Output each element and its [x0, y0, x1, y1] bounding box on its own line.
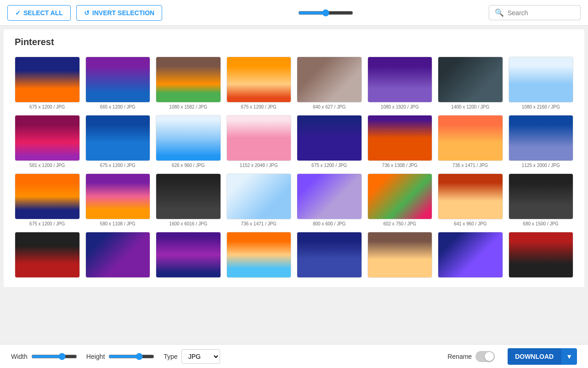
search-input[interactable]	[508, 9, 575, 17]
image-thumbnail	[297, 173, 362, 219]
image-label: 1080 x 1582 / JPG	[169, 104, 207, 109]
image-thumbnail	[226, 232, 292, 278]
image-label: 680 x 1500 / JPG	[523, 221, 559, 226]
image-thumbnail	[297, 57, 362, 103]
image-thumbnail	[156, 115, 221, 161]
image-thumbnail	[15, 232, 80, 278]
image-thumbnail	[438, 232, 503, 278]
image-thumbnail	[15, 173, 80, 219]
image-thumbnail	[509, 115, 574, 161]
image-item[interactable]: 736 x 1471 / JPG	[438, 115, 503, 168]
search-icon: 🔍	[495, 8, 504, 17]
section-title: Pinterest	[15, 37, 573, 47]
image-thumbnail	[368, 57, 433, 103]
image-item[interactable]	[509, 232, 574, 280]
image-item[interactable]: 736 x 1471 / JPG	[226, 173, 292, 226]
image-item[interactable]: 800 x 600 / JPG	[297, 173, 362, 226]
image-item[interactable]	[156, 232, 221, 280]
image-label: 641 x 960 / JPG	[454, 221, 487, 226]
image-thumbnail	[368, 232, 433, 278]
check-icon: ✓	[15, 9, 21, 17]
image-item[interactable]: 1600 x 6016 / JPG	[156, 173, 221, 226]
image-thumbnail	[226, 115, 292, 161]
image-item[interactable]: 665 x 1200 / JPG	[85, 57, 151, 109]
image-label: 626 x 960 / JPG	[172, 163, 205, 168]
image-thumbnail	[156, 57, 221, 103]
image-item[interactable]: 1080 x 2160 / JPG	[509, 57, 574, 109]
image-item[interactable]: 680 x 1500 / JPG	[509, 173, 574, 226]
image-item[interactable]: 640 x 627 / JPG	[297, 57, 362, 109]
image-item[interactable]: 675 x 1200 / JPG	[297, 115, 362, 168]
image-label: 675 x 1200 / JPG	[29, 104, 65, 109]
image-label: 640 x 627 / JPG	[313, 104, 346, 109]
image-thumbnail	[85, 57, 151, 103]
image-thumbnail	[509, 57, 574, 103]
image-thumbnail	[368, 115, 433, 161]
zoom-slider-container	[168, 9, 483, 17]
image-item[interactable]	[438, 232, 503, 280]
image-item[interactable]: 675 x 1200 / JPG	[15, 57, 80, 109]
image-thumbnail	[509, 232, 574, 278]
image-item[interactable]: 1400 x 1200 / JPG	[438, 57, 503, 109]
image-thumbnail	[85, 173, 151, 219]
image-label: 736 x 1308 / JPG	[382, 163, 418, 168]
invert-selection-button[interactable]: ↺ INVERT SELECTION	[76, 5, 162, 21]
image-item[interactable]: 580 x 1108 / JPG	[85, 173, 151, 226]
image-thumbnail	[156, 173, 221, 219]
top-bar: ✓ SELECT ALL ↺ INVERT SELECTION 🔍	[0, 0, 588, 26]
image-item[interactable]: 675 x 1200 / JPG	[85, 115, 151, 168]
image-thumbnail	[15, 115, 80, 161]
image-item[interactable]	[297, 232, 362, 280]
image-item[interactable]: 675 x 1200 / JPG	[226, 57, 292, 109]
image-thumbnail	[85, 115, 151, 161]
image-item[interactable]: 641 x 960 / JPG	[438, 173, 503, 226]
image-label: 675 x 1200 / JPG	[311, 163, 347, 168]
image-label: 580 x 1108 / JPG	[100, 221, 136, 226]
image-thumbnail	[438, 57, 503, 103]
image-thumbnail	[15, 57, 80, 103]
image-item[interactable]	[15, 232, 80, 280]
image-item[interactable]: 1080 x 1920 / JPG	[368, 57, 433, 109]
image-item[interactable]: 736 x 1308 / JPG	[368, 115, 433, 168]
image-thumbnail	[297, 232, 362, 278]
search-box[interactable]: 🔍	[489, 5, 581, 20]
image-label: 581 x 1200 / JPG	[29, 163, 65, 168]
image-item[interactable]: 1152 x 2048 / JPG	[226, 115, 292, 168]
image-grid: 675 x 1200 / JPG665 x 1200 / JPG1080 x 1…	[15, 57, 573, 280]
image-thumbnail	[226, 173, 292, 219]
image-item[interactable]: 581 x 1200 / JPG	[15, 115, 80, 168]
select-all-button[interactable]: ✓ SELECT ALL	[7, 5, 71, 21]
image-item[interactable]	[85, 232, 151, 280]
image-label: 665 x 1200 / JPG	[100, 104, 136, 109]
image-label: 1080 x 2160 / JPG	[522, 104, 560, 109]
image-label: 675 x 1200 / JPG	[241, 104, 277, 109]
image-label: 1600 x 6016 / JPG	[169, 221, 207, 226]
image-item[interactable]: 626 x 960 / JPG	[156, 115, 221, 168]
zoom-slider[interactable]	[298, 9, 353, 17]
image-label: 736 x 1471 / JPG	[452, 163, 488, 168]
main-content: Pinterest 675 x 1200 / JPG665 x 1200 / J…	[4, 29, 584, 287]
image-thumbnail	[368, 173, 433, 219]
image-thumbnail	[226, 57, 292, 103]
image-thumbnail	[297, 115, 362, 161]
image-item[interactable]	[368, 232, 433, 280]
image-label: 800 x 600 / JPG	[313, 221, 346, 226]
image-thumbnail	[85, 232, 151, 278]
image-item[interactable]: 675 x 1200 / JPG	[15, 173, 80, 226]
image-label: 1152 x 2048 / JPG	[240, 163, 278, 168]
image-thumbnail	[438, 173, 503, 219]
image-label: 602 x 750 / JPG	[383, 221, 416, 226]
image-label: 1400 x 1200 / JPG	[451, 104, 489, 109]
image-thumbnail	[509, 173, 574, 219]
image-label: 675 x 1200 / JPG	[29, 221, 65, 226]
image-label: 1125 x 2000 / JPG	[522, 163, 560, 168]
image-label: 675 x 1200 / JPG	[100, 163, 136, 168]
image-label: 736 x 1471 / JPG	[241, 221, 277, 226]
image-thumbnail	[156, 232, 221, 278]
image-item[interactable]	[226, 232, 292, 280]
image-label: 1080 x 1920 / JPG	[381, 104, 419, 109]
image-item[interactable]: 602 x 750 / JPG	[368, 173, 433, 226]
image-item[interactable]: 1125 x 2000 / JPG	[509, 115, 574, 168]
image-item[interactable]: 1080 x 1582 / JPG	[156, 57, 221, 109]
invert-icon: ↺	[84, 9, 90, 17]
